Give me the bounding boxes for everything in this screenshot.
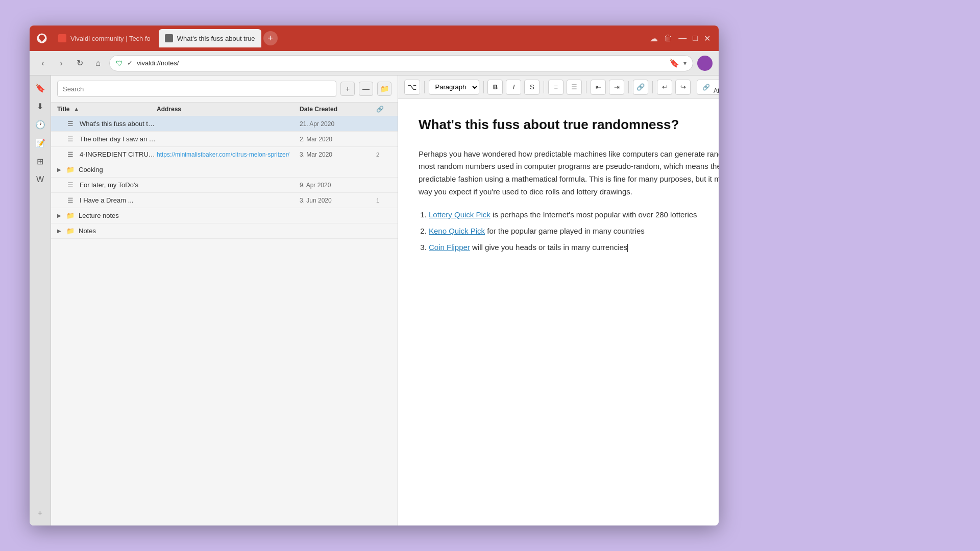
vivaldi-tab-icon — [58, 34, 66, 42]
note-attach: 1 — [376, 197, 391, 204]
sidebar-icon-download[interactable]: ⬇ — [32, 98, 48, 114]
tab-notes-label: What's this fuss about true — [177, 35, 255, 42]
trash-icon[interactable]: 🗑 — [664, 34, 672, 43]
sidebar-icon-bookmark[interactable]: 🔖 — [32, 80, 48, 96]
separator — [586, 81, 586, 93]
attachments-label: 0 Attachments — [713, 80, 719, 94]
address-bar[interactable]: 🛡 ✓ vivaldi://notes/ 🔖 ▾ — [109, 55, 693, 71]
text-cursor — [627, 244, 628, 252]
main-layout: 🔖 ⬇ 🕐 📝 ⊞ W + + — 📁 Title ▲ — [30, 76, 719, 525]
note-icon: ☰ — [67, 120, 77, 128]
minimize-button[interactable]: — — [678, 34, 687, 43]
column-date-created[interactable]: Date Created — [300, 106, 376, 113]
column-address[interactable]: Address — [157, 106, 300, 113]
bookmark-icon[interactable]: 🔖 — [669, 58, 679, 68]
keno-link[interactable]: Keno Quick Pick — [429, 227, 485, 235]
separator — [483, 81, 484, 93]
sidebar-icon-add[interactable]: + — [32, 505, 48, 521]
link-button[interactable]: 🔗 — [633, 80, 648, 95]
note-icon: ☰ — [67, 196, 77, 204]
list-item-text: is perhaps the Internet's most popular w… — [493, 210, 697, 219]
paragraph-select[interactable]: Paragraph — [429, 80, 479, 95]
shield-icon: 🛡 — [116, 59, 123, 67]
note-icon: ☰ — [67, 135, 77, 143]
note-editor: ⌥ Paragraph B I S ≡ ☰ ⇤ ⇥ 🔗 ↩ ↪ — [398, 76, 719, 525]
ordered-list-button[interactable]: ≡ — [548, 80, 564, 95]
chevron-down-icon[interactable]: ▾ — [683, 60, 687, 67]
note-title: I Have a Dream ... — [80, 196, 157, 204]
reload-button[interactable]: ↻ — [72, 56, 87, 70]
undo-button[interactable]: ↩ — [657, 80, 672, 95]
attachments-button[interactable]: 🔗 0 Attachments — [697, 80, 719, 95]
note-item[interactable]: ☰ The other day I saw an otter 2. Mar 20… — [51, 132, 398, 147]
special-chars-button[interactable]: ⌥ — [404, 80, 420, 95]
note-item[interactable]: ☰ For later, my ToDo's 9. Apr 2020 — [51, 178, 398, 193]
sidebar-icon-tabs[interactable]: ⊞ — [32, 153, 48, 169]
editor-content[interactable]: What's this fuss about true randomness? … — [398, 99, 719, 525]
new-tab-button[interactable]: + — [263, 31, 278, 45]
title-bar: Vivaldi community | Tech fo What's this … — [30, 26, 719, 51]
note-address: https://minimalistbaker.com/citrus-melon… — [157, 151, 300, 158]
separator — [424, 81, 425, 93]
forward-button[interactable]: › — [54, 56, 68, 70]
browser-window: Vivaldi community | Tech fo What's this … — [30, 26, 719, 525]
separator — [628, 81, 629, 93]
close-button[interactable]: ✕ — [704, 34, 710, 43]
maximize-button[interactable]: □ — [693, 34, 698, 43]
sidebar-icon-history[interactable]: 🕐 — [32, 116, 48, 133]
unordered-list-button[interactable]: ☰ — [567, 80, 582, 95]
sidebar-icons: 🔖 ⬇ 🕐 📝 ⊞ W + — [30, 76, 51, 525]
note-item[interactable]: ☰ 4-INGREDIENT CITRUS & MELON SPRITZER h… — [51, 147, 398, 162]
folder-title: Notes — [79, 227, 391, 235]
vivaldi-logo — [34, 30, 50, 46]
folder-item[interactable]: ▶ 📁 Notes — [51, 223, 398, 239]
tab-vivaldi[interactable]: Vivaldi community | Tech fo — [52, 29, 157, 47]
lottery-link[interactable]: Lottery Quick Pick — [429, 210, 491, 219]
indent-out-button[interactable]: ⇤ — [591, 80, 606, 95]
tab-vivaldi-label: Vivaldi community | Tech fo — [70, 35, 151, 42]
indent-in-button[interactable]: ⇥ — [609, 80, 624, 95]
home-button[interactable]: ⌂ — [91, 56, 105, 70]
italic-button[interactable]: I — [506, 80, 521, 95]
separator — [544, 81, 544, 93]
remove-note-button[interactable]: — — [359, 82, 373, 96]
note-date: 2. Mar 2020 — [300, 136, 376, 143]
notes-list-header: Title ▲ Address Date Created 🔗 — [51, 103, 398, 116]
note-date: 9. Apr 2020 — [300, 182, 376, 189]
folder-item[interactable]: ▶ 📁 Cooking — [51, 162, 398, 178]
sidebar-icon-wikipedia[interactable]: W — [32, 171, 48, 188]
folder-arrow-icon: ▶ — [57, 213, 64, 218]
note-item[interactable]: ☰ I Have a Dream ... 3. Jun 2020 1 — [51, 193, 398, 208]
redo-button[interactable]: ↪ — [675, 80, 691, 95]
note-body: Perhaps you have wondered how predictabl… — [419, 148, 719, 198]
note-title: For later, my ToDo's — [80, 181, 157, 189]
note-title: 4-INGREDIENT CITRUS & MELON SPRITZER — [80, 151, 157, 158]
tab-notes[interactable]: What's this fuss about true — [159, 29, 261, 47]
sidebar-icon-notes[interactable]: 📝 — [32, 135, 48, 151]
add-note-button[interactable]: + — [340, 82, 355, 96]
back-button[interactable]: ‹ — [36, 56, 50, 70]
list-item-text: for the popular game played in many coun… — [487, 227, 645, 235]
notes-tab-icon — [165, 34, 173, 42]
folder-item[interactable]: ▶ 📁 Lecture notes — [51, 208, 398, 223]
note-title: The other day I saw an otter — [80, 135, 157, 143]
separator — [652, 81, 653, 93]
user-avatar[interactable] — [697, 56, 713, 71]
list-item: Lottery Quick Pick is perhaps the Intern… — [429, 209, 719, 221]
note-list: Lottery Quick Pick is perhaps the Intern… — [429, 209, 719, 254]
folder-icon: 📁 — [66, 166, 76, 173]
column-title[interactable]: Title ▲ — [57, 106, 157, 113]
folder-icon: 📁 — [66, 227, 76, 235]
add-folder-button[interactable]: 📁 — [377, 82, 391, 96]
folder-title: Cooking — [79, 166, 391, 173]
attach-icon: 🔗 — [702, 84, 710, 91]
coin-flipper-link[interactable]: Coin Flipper — [429, 243, 470, 252]
address-check-icon: ✓ — [127, 59, 133, 67]
note-item[interactable]: ☰ What's this fuss about true randomness… — [51, 116, 398, 132]
notes-panel: + — 📁 Title ▲ Address Date Created 🔗 — [51, 76, 398, 525]
address-text: vivaldi://notes/ — [137, 59, 665, 67]
note-date: 21. Apr 2020 — [300, 120, 376, 128]
bold-button[interactable]: B — [487, 80, 503, 95]
strikethrough-button[interactable]: S — [524, 80, 540, 95]
search-input[interactable] — [57, 81, 336, 97]
